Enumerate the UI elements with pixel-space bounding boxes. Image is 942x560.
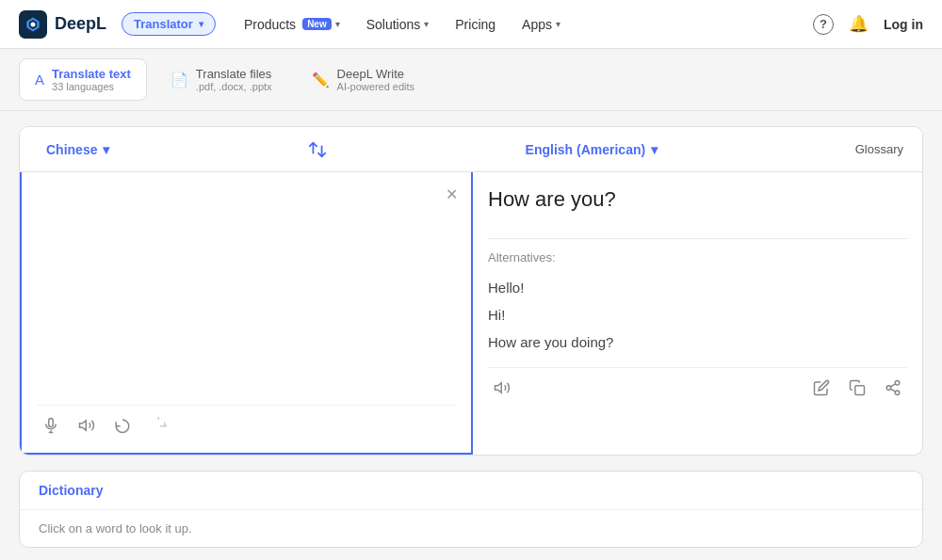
- translate-files-icon: 📄: [171, 72, 188, 88]
- source-panel: ✕: [20, 172, 473, 455]
- svg-marker-5: [80, 421, 87, 431]
- help-button[interactable]: ?: [813, 14, 834, 35]
- target-language-selector[interactable]: English (American) ▾: [518, 136, 666, 163]
- nav-item-pricing[interactable]: Pricing: [442, 0, 509, 49]
- svg-point-8: [895, 381, 900, 386]
- copy-button[interactable]: [843, 376, 871, 400]
- share-button[interactable]: [879, 376, 907, 400]
- undo-icon: [114, 417, 131, 434]
- translate-text-label: Translate text: [52, 67, 131, 81]
- edit-icon: [813, 379, 830, 396]
- target-language-label: English (American): [526, 142, 646, 157]
- alternative-1[interactable]: Hello!: [488, 274, 907, 301]
- language-bar: Chinese ▾ English (American) ▾ Glossary: [20, 127, 922, 172]
- translator-container: Chinese ▾ English (American) ▾ Glossary …: [19, 126, 923, 456]
- mic-icon: [42, 417, 59, 434]
- translator-chevron-icon: ▾: [199, 19, 203, 29]
- alternatives-label: Alternatives:: [488, 250, 907, 264]
- dictionary-header: Dictionary: [20, 472, 922, 510]
- source-language-chevron-icon: ▾: [103, 142, 109, 157]
- dictionary-title: Dictionary: [39, 483, 103, 498]
- speaker-button[interactable]: [73, 413, 101, 438]
- target-speaker-icon: [494, 379, 511, 396]
- deepl-write-sub: AI-powered edits: [337, 81, 415, 92]
- svg-point-9: [886, 386, 891, 391]
- nav-right: ? 🔔 Log in: [813, 14, 923, 35]
- target-speaker-button[interactable]: [488, 376, 516, 400]
- bell-icon: 🔔: [849, 14, 869, 34]
- help-icon: ?: [813, 14, 834, 35]
- deepl-write-label: DeepL Write: [337, 67, 415, 81]
- translate-text-sub: 33 languages: [52, 81, 131, 92]
- source-language-selector[interactable]: Chinese ▾: [39, 136, 117, 163]
- mic-button[interactable]: [37, 413, 65, 438]
- dictionary-body: Click on a word to look it up.: [20, 510, 922, 547]
- nav-solutions-chevron-icon: ▾: [424, 19, 429, 29]
- svg-line-11: [890, 389, 895, 392]
- source-text-input[interactable]: [37, 187, 456, 393]
- nav-item-products[interactable]: Products New ▾: [231, 0, 353, 49]
- right-tools: [807, 376, 907, 400]
- logo-text: DeepL: [55, 14, 106, 34]
- target-panel: How are you? Alternatives: Hello! Hi! Ho…: [473, 172, 922, 455]
- alternative-3[interactable]: How are you doing?: [488, 328, 907, 356]
- svg-marker-6: [495, 383, 502, 393]
- alternative-2[interactable]: Hi!: [488, 301, 907, 328]
- dictionary-placeholder: Click on a word to look it up.: [39, 521, 192, 536]
- redo-icon: [150, 417, 167, 434]
- edit-translation-button[interactable]: [807, 376, 836, 400]
- source-language-label: Chinese: [46, 142, 97, 157]
- notifications-button[interactable]: 🔔: [849, 14, 869, 34]
- translator-button[interactable]: Translator ▾: [122, 12, 216, 36]
- nav-solutions-label: Solutions: [366, 17, 421, 32]
- nav-item-solutions[interactable]: Solutions ▾: [353, 0, 443, 49]
- nav-item-apps[interactable]: Apps ▾: [509, 0, 574, 49]
- logo: DeepL: [19, 10, 106, 39]
- clear-input-button[interactable]: ✕: [446, 185, 458, 203]
- clear-icon: ✕: [446, 186, 458, 202]
- navbar: DeepL Translator ▾ Products New ▾ Soluti…: [0, 0, 942, 49]
- nav-products-badge: New: [302, 18, 332, 30]
- tab-translate-text[interactable]: A Translate text 33 languages: [19, 58, 147, 101]
- swap-languages-button[interactable]: [307, 139, 328, 160]
- translate-files-label: Translate files: [196, 67, 272, 81]
- undo-button[interactable]: [108, 413, 137, 438]
- nav-products-chevron-icon: ▾: [335, 19, 340, 29]
- tabs-bar: A Translate text 33 languages 📄 Translat…: [0, 49, 942, 111]
- svg-line-12: [890, 384, 895, 387]
- deepl-logo: [19, 10, 47, 39]
- copy-icon: [849, 379, 866, 396]
- login-label: Log in: [884, 17, 923, 32]
- nav-items: Products New ▾ Solutions ▾ Pricing Apps …: [231, 0, 809, 49]
- translate-files-sub: .pdf, .docx, .pptx: [196, 81, 272, 92]
- nav-pricing-label: Pricing: [455, 17, 495, 32]
- swap-icon: [307, 139, 328, 160]
- nav-products-label: Products: [244, 17, 296, 32]
- login-button[interactable]: Log in: [884, 17, 923, 32]
- svg-point-1: [31, 22, 36, 26]
- tab-translate-files[interactable]: 📄 Translate files .pdf, .docx, .pptx: [154, 58, 288, 101]
- nav-apps-chevron-icon: ▾: [556, 19, 560, 29]
- svg-rect-7: [855, 386, 865, 395]
- target-toolbar: [488, 367, 907, 400]
- translation-panels: ✕: [20, 172, 922, 455]
- source-toolbar: [37, 405, 456, 438]
- redo-button[interactable]: [144, 413, 172, 438]
- deepl-write-icon: ✏️: [312, 72, 330, 88]
- dictionary-section: Dictionary Click on a word to look it up…: [19, 471, 923, 548]
- svg-point-10: [895, 391, 900, 395]
- share-icon: [885, 379, 901, 396]
- nav-apps-label: Apps: [522, 17, 552, 32]
- tab-deepl-write[interactable]: ✏️ DeepL Write AI-powered edits: [296, 58, 431, 101]
- translator-label: Translator: [134, 17, 193, 31]
- target-language-chevron-icon: ▾: [651, 142, 658, 157]
- translate-text-icon: A: [35, 72, 44, 88]
- divider: [488, 238, 907, 239]
- glossary-button[interactable]: Glossary: [855, 142, 903, 156]
- translation-main-text: How are you?: [488, 187, 907, 212]
- speaker-icon: [78, 417, 95, 434]
- svg-rect-2: [49, 419, 54, 427]
